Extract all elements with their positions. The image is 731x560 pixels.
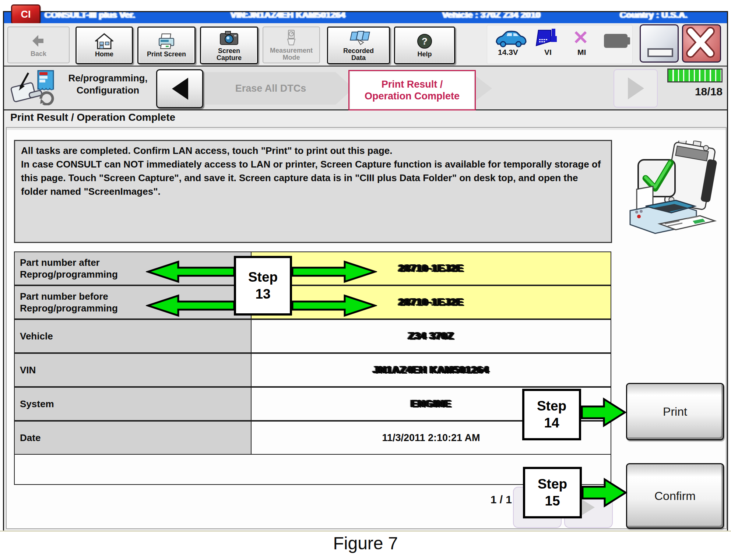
instruction-text: All tasks are completed. Confirm LAN acc… (14, 140, 612, 243)
wizard-back-button[interactable] (156, 69, 203, 108)
step15-arrow (581, 477, 628, 510)
home-button[interactable]: Home (75, 27, 133, 64)
print-button[interactable]: Print (626, 383, 724, 440)
row-value-vehicle: Z34 370Z (252, 319, 611, 353)
step13-annotation: Step 13 (234, 256, 292, 316)
row-value-vin: JN1AZ4EH KAM501264 (252, 353, 611, 387)
row-label-vehicle: Vehicle (14, 319, 252, 353)
battery-voltage: 14.3V (498, 48, 518, 57)
wizard-progress-text: 18/18 (667, 85, 723, 98)
figure-caption: Figure 7 (0, 533, 731, 553)
toolbar-button-label: Recorded Data (343, 47, 374, 61)
part-after-value: 28710-1EJ2E (398, 263, 463, 274)
confirm-button[interactable]: Confirm (626, 463, 724, 529)
wizard-step-previous: Erase All DTCs (205, 72, 354, 105)
titlebar-vin: VIN:JN1AZ4EH KAM501264 (231, 12, 345, 21)
consult-logo: CI (11, 4, 41, 24)
print-screen-button[interactable]: Print Screen (137, 27, 196, 64)
table-empty-row (14, 455, 611, 485)
step14-annotation: Step 14 (522, 389, 581, 440)
row-label-system: System (14, 387, 252, 421)
back-triangle-icon (170, 77, 190, 101)
vehicle-value: Z34 370Z (408, 331, 454, 342)
title-bar: CONSULT-III plus Ver. VIN:JN1AZ4EH KAM50… (4, 12, 727, 23)
recorded-data-button[interactable]: Recorded Data (327, 27, 390, 64)
folders-icon (347, 29, 370, 46)
toolbar-button-label: Home (95, 51, 113, 58)
separator-line (0, 531, 731, 532)
screenshot-figure: CONSULT-III plus Ver. VIN:JN1AZ4EH KAM50… (0, 0, 731, 560)
toolbar-button-label: Measurement Mode (270, 47, 313, 61)
step15-annotation: Step 15 (523, 467, 582, 518)
date-value: 11/3/2011 2:10:21 AM (382, 432, 480, 444)
camera-icon (219, 29, 239, 46)
page-title: Print Result / Operation Complete (10, 112, 175, 123)
mi-disconnected-icon: ✕ (573, 29, 589, 46)
titlebar-vehicle: Vehicle : 370Z Z34 2010 (442, 12, 541, 21)
screen-capture-button[interactable]: Screen Capture (200, 27, 258, 64)
toolbar-button-label: Back (31, 50, 46, 57)
home-icon (95, 33, 113, 50)
row-label-date: Date (14, 421, 252, 455)
vin-value: JN1AZ4EH KAM501264 (373, 364, 489, 376)
forward-triangle-icon (626, 77, 646, 100)
titlebar-country: Country : U.S.A. (620, 12, 688, 21)
vi-label: VI (544, 48, 552, 57)
system-value: ENGINE (411, 398, 451, 410)
wizard-step-current: Print Result / Operation Complete (348, 70, 476, 110)
titlebar-app-title: CONSULT-III plus Ver. (45, 12, 135, 21)
back-arrow-icon (31, 32, 46, 49)
back-button[interactable]: Back (7, 27, 70, 63)
vi-device-icon (535, 28, 560, 49)
printer-icon (157, 33, 176, 50)
step13-left-arrow-row1 (146, 260, 236, 285)
part-before-value: 28710-1EJ2E (398, 297, 463, 308)
toolbar-button-label: Help (417, 51, 432, 58)
step13-right-arrow-row1 (291, 260, 377, 285)
mode-label: Re/programming, Configuration (55, 72, 161, 96)
help-button[interactable]: ? Help (394, 27, 455, 64)
reprogramming-icon (9, 70, 57, 107)
step13-right-arrow-row2 (291, 294, 377, 319)
wizard-forward-button[interactable] (614, 69, 658, 108)
toolbar-button-label: Screen Capture (217, 47, 242, 61)
step13-left-arrow-row2 (146, 294, 236, 319)
measurement-mode-button[interactable]: Measurement Mode (263, 27, 320, 63)
page-indicator: 1 / 1 (471, 493, 512, 506)
measurement-icon (284, 29, 299, 46)
print-success-illustration (624, 141, 723, 244)
vehicle-battery-icon (493, 29, 527, 49)
toolbar-button-label: Print Screen (147, 51, 186, 58)
wizard-progress-bar (667, 68, 723, 82)
minimize-button[interactable] (640, 24, 679, 63)
row-label-vin: VIN (14, 353, 252, 387)
step14-arrow (580, 397, 627, 429)
close-x-icon (683, 25, 718, 59)
mi-label: MI (577, 48, 586, 57)
minimize-icon (647, 48, 673, 57)
close-button[interactable] (682, 24, 721, 63)
battery-icon (604, 34, 628, 48)
question-icon: ? (417, 33, 433, 50)
svg-text:?: ? (422, 36, 428, 47)
